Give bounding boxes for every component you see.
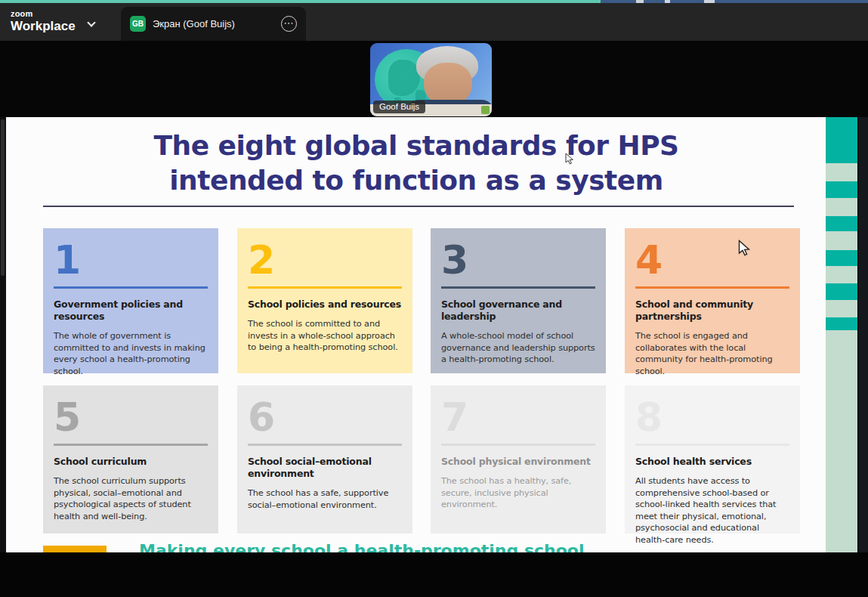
standard-card-3: 3 School governance and leadership A who… (431, 228, 606, 373)
slide-footer-text: Making every school a health-promoting s… (139, 541, 584, 552)
card-rule (635, 286, 789, 289)
card-title: School policies and resources (248, 298, 402, 311)
slide-title: The eight global standards for HPS inten… (6, 128, 826, 198)
card-title: School social–emotional environment (248, 456, 402, 480)
deco-strip-block (826, 117, 857, 163)
card-rule (248, 286, 402, 289)
zoom-meeting-window: zoom Workplace GB Экран (Goof Buijs) ⋯ G… (0, 0, 868, 597)
deco-strip-block (826, 198, 857, 216)
deco-strip-block (826, 250, 857, 266)
standard-card-8: 8 School health services All students ha… (625, 385, 800, 534)
standard-card-6: 6 School social–emotional environment Th… (237, 385, 412, 534)
screen-share-tab-label: Экран (Goof Buijs) (153, 18, 274, 29)
card-number: 8 (635, 393, 789, 441)
card-number: 2 (248, 236, 402, 284)
standard-card-1: 1 Government policies and resources The … (43, 228, 218, 373)
standard-card-7: 7 School physical environment The school… (431, 385, 606, 534)
card-number: 5 (54, 393, 208, 441)
standard-card-5: 5 School curriculum The school curriculu… (43, 385, 218, 534)
deco-strip-block (826, 317, 857, 330)
slide-title-line1: The eight global standards for HPS (6, 128, 826, 163)
shared-slide: The eight global standards for HPS inten… (6, 117, 857, 552)
mouse-cursor-icon (738, 240, 752, 257)
card-rule (441, 444, 595, 446)
card-title: School curriculum (54, 456, 208, 468)
zoom-workplace-logo: zoom Workplace (11, 10, 76, 32)
video-strip: Goof Buijs (0, 41, 868, 117)
deco-strip-block (826, 300, 857, 317)
deco-strip-block (826, 283, 857, 300)
card-title: School and community partnerships (635, 298, 789, 323)
left-gutter (0, 117, 6, 552)
scrollbar[interactable] (1, 119, 5, 276)
card-number: 7 (441, 393, 595, 441)
logo-zoom-text: zoom (11, 10, 76, 18)
card-rule (54, 444, 208, 446)
deco-strip (826, 117, 857, 552)
top-edge-fleck (636, 0, 644, 3)
card-rule (635, 444, 789, 446)
deco-strip-block (826, 163, 857, 181)
card-number: 4 (635, 236, 789, 284)
card-title: School physical environment (441, 456, 595, 468)
title-divider (43, 206, 794, 207)
more-options-icon[interactable]: ⋯ (281, 16, 297, 32)
card-number: 6 (248, 393, 402, 441)
card-number: 3 (441, 236, 595, 284)
card-number: 1 (54, 236, 208, 284)
screen-share-tab[interactable]: GB Экран (Goof Buijs) ⋯ (121, 7, 306, 41)
card-body: The school is committed to and invests i… (248, 318, 402, 354)
standard-card-4: 4 School and community partnerships The … (625, 228, 800, 373)
deco-strip-block (826, 330, 857, 552)
top-edge-strip-teal (0, 0, 601, 3)
participant-avatar: GB (130, 16, 146, 32)
slide-title-line2: intended to function as a system (6, 163, 826, 198)
deco-strip-block (826, 231, 857, 250)
card-body: The whole of government is committed to … (54, 330, 208, 377)
right-gutter (858, 117, 868, 552)
meeting-top-bar: zoom Workplace GB Экран (Goof Buijs) ⋯ (0, 0, 868, 41)
card-rule (54, 286, 208, 289)
participant-name-tag: Goof Buijs (373, 101, 425, 113)
card-title: School health services (635, 456, 789, 468)
card-body: The school curriculum supports physical,… (54, 475, 208, 522)
card-body: A whole-school model of school governanc… (441, 330, 595, 366)
card-title: School governance and leadership (441, 298, 595, 323)
meeting-toolbar: Настройки звука Чат 9 Поднять ру (0, 552, 868, 597)
slide-footer-swatch (43, 546, 107, 552)
speaker-video-thumbnail[interactable]: Goof Buijs (370, 43, 492, 116)
top-edge-fleck (704, 0, 715, 3)
card-rule (248, 444, 402, 446)
workspace-chevron-down-icon[interactable] (87, 18, 95, 26)
presenter-cursor-icon (565, 153, 575, 165)
logo-workplace-text: Workplace (11, 20, 76, 32)
card-title: Government policies and resources (54, 298, 208, 323)
card-body: The school is engaged and collaborates w… (635, 330, 789, 377)
card-body: The school has a safe, supportive social… (248, 487, 402, 511)
deco-strip-block (826, 181, 857, 198)
deco-strip-block (826, 266, 857, 283)
card-body: All students have access to comprehensiv… (635, 475, 789, 546)
brand-chip-icon (481, 106, 490, 114)
top-edge-fleck (665, 0, 670, 3)
card-body: The school has a healthy, safe, secure, … (441, 475, 595, 511)
card-rule (441, 286, 595, 289)
standard-card-2: 2 School policies and resources The scho… (237, 228, 412, 373)
deco-strip-block (826, 216, 857, 231)
